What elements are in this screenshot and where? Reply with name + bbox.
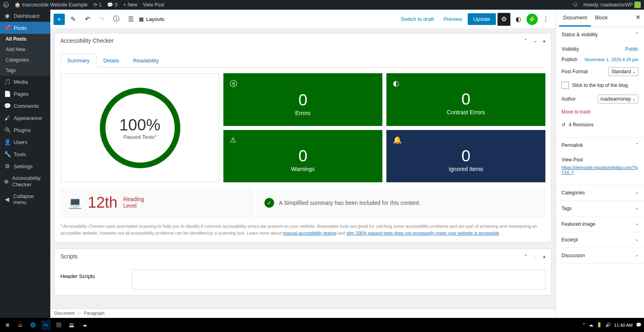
media-icon: 🎵	[4, 78, 10, 85]
start-button[interactable]: ⊞	[2, 320, 12, 330]
yoast-icon[interactable]: ◐	[512, 13, 525, 26]
comments-icon: 💬	[4, 103, 10, 109]
stick-checkbox[interactable]	[561, 82, 569, 89]
view-post-link[interactable]: View Post	[143, 2, 164, 8]
chrome-icon[interactable]: 🌐	[28, 320, 38, 330]
status-visibility-toggle[interactable]: Status & visibility⌃	[556, 27, 644, 42]
panel-title: Accessibility Checker	[60, 37, 114, 44]
sidebar-item-plugins[interactable]: 🔌 Plugins	[0, 124, 50, 136]
sidebar-item-dashboard[interactable]: ◉ Dashboard	[0, 10, 50, 22]
sidebar-item-posts[interactable]: 📌 Posts	[0, 22, 50, 34]
post-format-select[interactable]: Standard ⌄	[609, 67, 638, 76]
categories-toggle[interactable]: Categories⌄	[556, 185, 644, 200]
edit-button[interactable]: ✎	[66, 13, 79, 26]
app-icon[interactable]: ⬛	[54, 320, 64, 330]
wp-logo-icon[interactable]	[3, 2, 9, 8]
panel-toggle-icon[interactable]: ▴	[543, 38, 545, 43]
tab-document[interactable]: Document	[559, 10, 591, 27]
site-title-link[interactable]: 🏠 Inaccessible Website Example	[14, 2, 88, 8]
sidebar-sub-tags[interactable]: Tags	[0, 65, 50, 76]
sidebar-item-accessibility[interactable]: ⊕ Accessibility Checker	[0, 172, 50, 190]
sidebar-item-pages[interactable]: 📄 Pages	[0, 88, 50, 100]
app-icon-3[interactable]: ☁	[80, 320, 89, 330]
panel-down-icon[interactable]: ⌄	[533, 254, 537, 259]
tray-volume-icon[interactable]: 🔊	[605, 322, 611, 328]
sidebar-sub-categories[interactable]: Categories	[0, 55, 50, 65]
admin-sidebar: ◉ Dashboard 📌 Posts All Posts Add New Ca…	[0, 10, 50, 318]
readability-icon: 💻	[68, 196, 82, 209]
breadcrumb[interactable]: Document → Paragraph	[50, 309, 555, 318]
visibility-value[interactable]: Public	[625, 46, 638, 52]
new-link[interactable]: + New	[123, 2, 137, 8]
wrench-icon: 🔧	[4, 151, 10, 157]
settings-panel: Document Block ✕ Status & visibility⌃ Vi…	[555, 10, 644, 318]
redo-button[interactable]: ↷	[95, 13, 108, 26]
tray-icon[interactable]: ☁	[589, 322, 593, 328]
sidebar-sub-all-posts[interactable]: All Posts	[0, 34, 50, 44]
outline-button[interactable]: ☰	[124, 13, 137, 26]
ignored-items-card[interactable]: 🔔 0 Ignored Items	[386, 130, 545, 182]
settings-toggle-button[interactable]: ⚙	[497, 13, 510, 26]
publish-value[interactable]: November 1, 2020 4:29 pm	[585, 57, 638, 62]
tray-chevron-icon[interactable]: ⌃	[582, 322, 586, 328]
error-icon: ⓧ	[230, 79, 376, 89]
sidebar-collapse[interactable]: ◀ Collapse menu	[0, 190, 50, 208]
manual-testing-link[interactable]: manual accessibility testing	[283, 231, 336, 235]
visibility-label: Visibility	[561, 46, 579, 52]
preview-button[interactable]: Preview	[440, 14, 466, 25]
sidebar-item-settings[interactable]: ⚙ Settings	[0, 160, 50, 172]
tab-summary[interactable]: Summary	[60, 54, 97, 68]
photoshop-icon[interactable]: Ps	[41, 320, 51, 330]
tray-icon[interactable]: 🔋	[597, 322, 602, 328]
pin-icon: 📌	[4, 25, 10, 31]
comments-link[interactable]: 💬 0	[107, 2, 118, 8]
app-icon-2[interactable]: 💻	[67, 320, 76, 330]
jetpack-icon[interactable]: ⚡	[526, 14, 538, 25]
panel-up-icon[interactable]: ⌃	[524, 254, 528, 259]
more-menu-button[interactable]: ⋮	[539, 13, 552, 26]
tab-block[interactable]: Block	[591, 10, 612, 27]
close-settings-button[interactable]: ✕	[636, 14, 641, 21]
permalink-toggle[interactable]: Permalink⌃	[556, 138, 644, 153]
panel-up-icon[interactable]: ⌃	[524, 38, 528, 43]
permalink-url[interactable]: https://demosite.equalizedigital.com/?p=…	[561, 165, 638, 179]
update-button[interactable]: Update	[468, 13, 496, 25]
howdy-link[interactable]: Howdy, roadwarriorWP	[584, 2, 641, 8]
errors-card[interactable]: ⓧ 0 Errors	[223, 73, 382, 126]
scripts-panel-title: Scripts	[60, 253, 78, 260]
tags-toggle[interactable]: Tags⌄	[556, 201, 644, 216]
add-block-button[interactable]: +	[54, 14, 65, 25]
clock[interactable]: 11:40 AM	[614, 323, 633, 328]
sidebar-item-media[interactable]: 🎵 Media	[0, 76, 50, 88]
layouts-button[interactable]: ▦ Layouts	[139, 16, 165, 22]
discussion-toggle[interactable]: Discussion⌄	[556, 248, 644, 263]
sidebar-item-users[interactable]: 👤 Users	[0, 136, 50, 148]
panel-down-icon[interactable]: ⌄	[533, 38, 537, 43]
sidebar-sub-add-new[interactable]: Add New	[0, 44, 50, 55]
move-to-trash-button[interactable]: Move to trash	[561, 106, 638, 118]
contrast-errors-card[interactable]: ◐ 0 Contrast Errors	[386, 73, 545, 126]
brush-icon: 🖌	[4, 115, 10, 121]
undo-button[interactable]: ↶	[81, 13, 94, 26]
tab-readability[interactable]: Readability	[126, 54, 165, 68]
panel-toggle-icon[interactable]: ▴	[543, 254, 545, 259]
header-scripts-textarea[interactable]	[132, 269, 545, 289]
svg-point-0	[4, 2, 9, 8]
sidebar-item-appearance[interactable]: 🖌 Appearance	[0, 112, 50, 124]
notification-icon[interactable]: 🗨	[573, 2, 578, 8]
excerpt-toggle[interactable]: Excerpt⌄	[556, 232, 644, 247]
avatar-icon	[634, 2, 641, 8]
featured-image-toggle[interactable]: Featured image⌄	[556, 217, 644, 232]
why-100-link[interactable]: why 100% passed tests does not necessari…	[347, 231, 500, 235]
tab-details[interactable]: Details	[97, 54, 126, 68]
warnings-card[interactable]: ⚠ 0 Warnings	[223, 130, 382, 182]
info-button[interactable]: ⓘ	[110, 13, 123, 26]
sidebar-item-comments[interactable]: 💬 Comments	[0, 100, 50, 112]
updates-link[interactable]: ⟳ 1	[93, 2, 102, 8]
switch-to-draft-button[interactable]: Switch to draft	[396, 14, 438, 25]
author-select[interactable]: roadwarriorwp ⌄	[598, 95, 638, 103]
sidebar-item-tools[interactable]: 🔧 Tools	[0, 148, 50, 160]
file-explorer-icon[interactable]: 🗂	[15, 320, 25, 330]
revisions-link[interactable]: ↺ 4 Revisions	[561, 118, 638, 132]
notifications-icon[interactable]: 💬	[636, 322, 642, 328]
